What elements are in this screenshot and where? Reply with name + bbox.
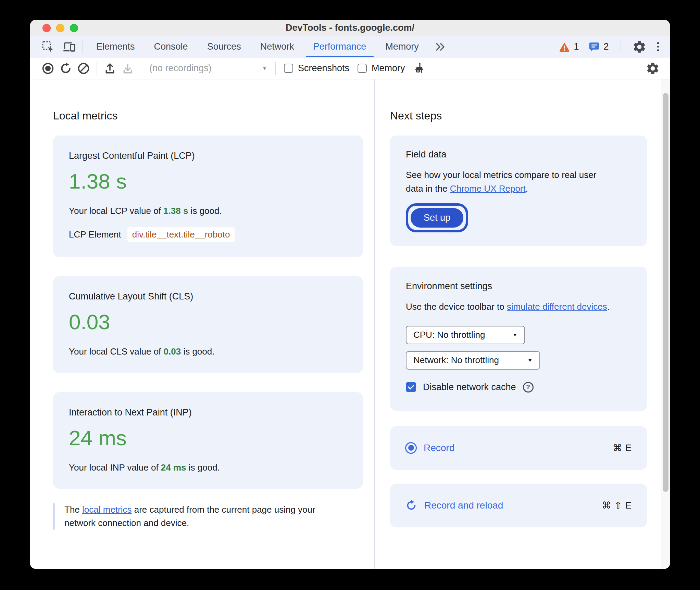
- chevron-down-icon: ▼: [527, 358, 533, 363]
- lcp-card-title: Largest Contentful Paint (LCP): [69, 151, 347, 161]
- cls-value: 0.03: [69, 311, 347, 334]
- record-and-reload-button[interactable]: [57, 61, 75, 76]
- save-profile-button[interactable]: [119, 61, 137, 76]
- panel-tabs: Elements Console Sources Network Perform…: [87, 36, 428, 57]
- screenshots-label: Screenshots: [298, 63, 349, 74]
- cpu-throttling-select[interactable]: CPU: No throttling ▼: [406, 326, 525, 344]
- devtools-window: DevTools - fonts.google.com/: [30, 20, 670, 569]
- network-throttling-select[interactable]: Network: No throttling ▼: [406, 351, 540, 370]
- lcp-element-row: LCP Element div.tile__text.tile__roboto: [69, 227, 347, 242]
- vertical-scrollbar[interactable]: [661, 79, 670, 569]
- inp-card-title: Interaction to Next Paint (INP): [69, 407, 347, 418]
- cls-inline-value: 0.03: [164, 346, 181, 357]
- cls-card-title: Cumulative Layout Shift (CLS): [69, 291, 347, 302]
- lcp-value: 1.38 s: [69, 170, 347, 193]
- reload-icon: [405, 499, 417, 512]
- field-data-body: See how your local metrics compare to re…: [406, 168, 611, 196]
- tab-network[interactable]: Network: [251, 36, 304, 57]
- inspect-element-button[interactable]: [39, 39, 57, 55]
- local-metrics-footnote: The local metrics are captured from the …: [53, 503, 363, 530]
- environment-settings-card: Environment settings Use the device tool…: [390, 267, 647, 411]
- gear-icon: [632, 40, 647, 54]
- settings-button[interactable]: [630, 39, 648, 55]
- next-steps-panel: Next steps Field data See how your local…: [375, 79, 670, 569]
- environment-settings-title: Environment settings: [406, 281, 631, 292]
- simulate-devices-link[interactable]: simulate different devices: [507, 302, 607, 312]
- screenshots-toggle[interactable]: Screenshots: [280, 63, 353, 74]
- setup-button-focus-ring: Set up: [406, 203, 468, 232]
- record-and-reload-action-row[interactable]: Record and reload ⌘ ⇧ E: [390, 484, 647, 527]
- tab-performance[interactable]: Performance: [304, 36, 376, 57]
- help-icon[interactable]: ?: [523, 382, 534, 393]
- chevron-down-icon: ▼: [262, 66, 267, 70]
- field-data-card: Field data See how your local metrics co…: [390, 136, 647, 246]
- screenshots-checkbox[interactable]: [284, 64, 293, 73]
- traffic-lights: [42, 20, 78, 36]
- record-reload-action-label: Record and reload: [424, 500, 503, 511]
- memory-label: Memory: [372, 63, 405, 74]
- title-bar: DevTools - fonts.google.com/: [30, 20, 670, 36]
- lcp-inline-value: 1.38 s: [163, 206, 188, 216]
- record-icon: [405, 442, 417, 454]
- record-shortcut: ⌘ E: [613, 442, 632, 453]
- cls-card: Cumulative Layout Shift (CLS) 0.03 Your …: [53, 276, 363, 373]
- memory-checkbox[interactable]: [358, 64, 367, 73]
- minimize-window-button[interactable]: [56, 24, 64, 32]
- tab-memory[interactable]: Memory: [376, 36, 428, 57]
- performance-toolbar: (no recordings) ▼ Screenshots Memory: [30, 57, 670, 79]
- separator: [141, 62, 141, 75]
- inp-value: 24 ms: [69, 427, 347, 450]
- crux-report-link[interactable]: Chrome UX Report: [450, 183, 526, 194]
- close-window-button[interactable]: [42, 24, 51, 32]
- local-metrics-link[interactable]: local metrics: [82, 504, 132, 515]
- lcp-card: Largest Contentful Paint (LCP) 1.38 s Yo…: [53, 136, 363, 257]
- reload-icon: [59, 62, 73, 75]
- zoom-window-button[interactable]: [70, 24, 78, 32]
- inspect-cursor-icon: [41, 40, 55, 54]
- setup-button[interactable]: Set up: [411, 208, 463, 228]
- performance-landing-page: Local metrics Largest Contentful Paint (…: [30, 79, 670, 569]
- more-tabs-button[interactable]: [428, 41, 452, 53]
- clear-recordings-button[interactable]: [75, 61, 92, 76]
- brush-icon: [411, 62, 425, 75]
- collect-garbage-button[interactable]: [409, 61, 427, 76]
- tab-sources[interactable]: Sources: [198, 36, 251, 57]
- separator: [621, 41, 621, 53]
- device-toolbar-button[interactable]: [60, 39, 78, 55]
- scrollbar-thumb[interactable]: [663, 93, 668, 492]
- environment-settings-body: Use the device toolbar to simulate diffe…: [406, 300, 615, 313]
- cls-description: Your local CLS value of 0.03 is good.: [69, 345, 347, 358]
- lcp-element-selector[interactable]: div.tile__text.tile__roboto: [127, 227, 235, 242]
- separator: [97, 62, 97, 75]
- separator: [82, 41, 83, 53]
- memory-toggle[interactable]: Memory: [353, 63, 409, 74]
- network-throttling-value: Network: No throttling: [413, 355, 499, 365]
- load-profile-button[interactable]: [101, 61, 119, 76]
- devtools-tab-bar: Elements Console Sources Network Perform…: [30, 36, 670, 57]
- chevron-down-icon: ▼: [512, 333, 517, 337]
- issues-counter[interactable]: 2: [586, 41, 611, 53]
- disable-cache-checkbox[interactable]: [406, 382, 416, 392]
- block-icon: [77, 62, 90, 75]
- inp-description: Your local INP value of 24 ms is good.: [69, 461, 347, 474]
- capture-settings-button[interactable]: [644, 61, 662, 76]
- upload-icon: [103, 62, 117, 75]
- separator: [275, 62, 276, 75]
- disable-cache-row: Disable network cache ?: [406, 382, 631, 393]
- tab-console[interactable]: Console: [145, 36, 198, 57]
- record-action-label: Record: [424, 442, 454, 453]
- local-metrics-panel: Local metrics Largest Contentful Paint (…: [30, 79, 375, 569]
- lcp-element-label: LCP Element: [69, 229, 121, 240]
- tab-elements[interactable]: Elements: [87, 36, 145, 57]
- warnings-counter[interactable]: 1: [557, 41, 581, 52]
- gear-icon: [646, 61, 660, 76]
- next-steps-heading: Next steps: [390, 110, 670, 122]
- recordings-dropdown[interactable]: (no recordings) ▼: [147, 63, 270, 74]
- record-action-row[interactable]: Record ⌘ E: [390, 426, 647, 470]
- active-tab-underline: [306, 56, 374, 57]
- more-options-button[interactable]: [654, 40, 663, 53]
- warning-icon: [559, 41, 570, 52]
- inp-card: Interaction to Next Paint (INP) 24 ms Yo…: [53, 392, 363, 489]
- kebab-icon: [657, 42, 659, 44]
- record-button[interactable]: [39, 61, 57, 76]
